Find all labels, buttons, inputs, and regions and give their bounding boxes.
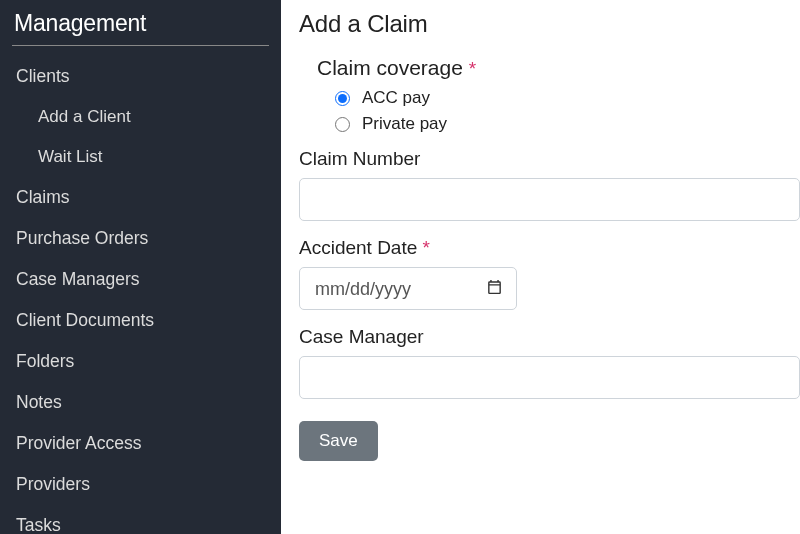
radio-private-pay[interactable] <box>335 117 350 132</box>
sidebar-item-tasks[interactable]: Tasks <box>12 505 269 534</box>
radio-label-acc-pay: ACC pay <box>362 88 430 108</box>
sidebar-title: Management <box>12 0 269 46</box>
required-mark: * <box>469 58 476 79</box>
claim-number-label: Claim Number <box>299 148 800 170</box>
sidebar-item-notes[interactable]: Notes <box>12 382 269 423</box>
sidebar-item-providers[interactable]: Providers <box>12 464 269 505</box>
sidebar-item-case-managers[interactable]: Case Managers <box>12 259 269 300</box>
accident-date-label-text: Accident Date <box>299 237 417 258</box>
claim-coverage-label: Claim coverage <box>317 56 463 79</box>
accident-date-field: Accident Date * mm/dd/yyyy <box>299 237 800 310</box>
required-mark: * <box>423 237 430 258</box>
sidebar: Management Clients Add a Client Wait Lis… <box>0 0 281 534</box>
radio-row-acc-pay: ACC pay <box>317 88 800 108</box>
claim-coverage-group: Claim coverage * ACC pay Private pay <box>317 56 800 134</box>
claim-number-input[interactable] <box>299 178 800 221</box>
save-button[interactable]: Save <box>299 421 378 461</box>
sidebar-item-claims[interactable]: Claims <box>12 177 269 218</box>
main-content: Add a Claim Claim coverage * ACC pay Pri… <box>281 0 800 534</box>
claim-coverage-legend: Claim coverage * <box>317 56 800 80</box>
radio-label-private-pay: Private pay <box>362 114 447 134</box>
accident-date-label: Accident Date * <box>299 237 800 259</box>
accident-date-input[interactable] <box>299 267 517 310</box>
sidebar-item-provider-access[interactable]: Provider Access <box>12 423 269 464</box>
radio-acc-pay[interactable] <box>335 91 350 106</box>
case-manager-field: Case Manager <box>299 326 800 399</box>
sidebar-item-client-documents[interactable]: Client Documents <box>12 300 269 341</box>
radio-row-private-pay: Private pay <box>317 114 800 134</box>
sidebar-item-clients[interactable]: Clients <box>12 56 269 97</box>
sidebar-item-folders[interactable]: Folders <box>12 341 269 382</box>
accident-date-wrap: mm/dd/yyyy <box>299 267 517 310</box>
sidebar-item-add-client[interactable]: Add a Client <box>34 97 269 137</box>
sidebar-nav: Clients Add a Client Wait List Claims Pu… <box>12 56 269 534</box>
case-manager-label: Case Manager <box>299 326 800 348</box>
sidebar-item-wait-list[interactable]: Wait List <box>34 137 269 177</box>
case-manager-input[interactable] <box>299 356 800 399</box>
sidebar-item-purchase-orders[interactable]: Purchase Orders <box>12 218 269 259</box>
claim-number-field: Claim Number <box>299 148 800 221</box>
page-title: Add a Claim <box>299 10 800 38</box>
